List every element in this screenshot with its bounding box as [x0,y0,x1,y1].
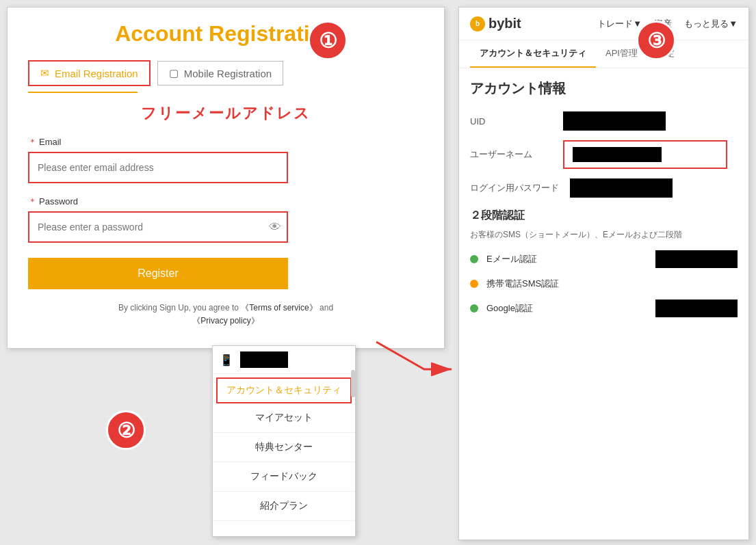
email-icon: ✉ [40,67,49,79]
account-info-heading: アカウント情報 [470,79,738,98]
menu-item-my-assets[interactable]: マイアセット [213,403,355,433]
two-factor-heading: ２段階認証 [470,209,738,223]
bybit-panel: b bybit トレード▼ 資産 もっと見る▼ アカウント＆セキュリティ API… [458,7,749,540]
privacy-policy-link[interactable]: 《Privacy policy》 [192,316,259,325]
terms-of-service-link[interactable]: 《Terms of service》 [241,303,317,313]
phone-icon: 📱 [220,354,233,367]
bybit-content: アカウント情報 UID ユーザーネーム ログイン用パスワード ２段階認証 お客様… [459,68,748,338]
login-password-row: ログイン用パスワード [470,178,738,198]
password-input[interactable] [28,211,288,243]
menu-item-account-security[interactable]: アカウント＆セキュリティ [216,377,352,403]
tab-account-security[interactable]: アカウント＆セキュリティ [470,40,596,68]
login-password-label: ログイン用パスワード [470,182,559,194]
menu-item-feedback[interactable]: フィードバック [213,462,355,492]
tab-email-registration[interactable]: ✉ Email Registration [28,60,151,86]
password-wrapper: 👁 [28,211,288,243]
menu-item-bonus-center[interactable]: 特典センター [213,433,355,462]
sms-auth-status-dot [470,280,478,288]
email-label: ＊Email [28,136,423,148]
bybit-logo: b bybit [470,16,521,31]
uid-value-redacted [563,111,666,131]
uid-row: UID [470,111,738,131]
menu-top-bar: 📱 [213,346,355,374]
freemail-annotation: フリーメールアドレス [28,103,423,124]
uid-label: UID [470,116,552,127]
google-auth-value-redacted [655,300,738,317]
bybit-tabs: アカウント＆セキュリティ API管理 設定 [459,40,748,68]
password-field-group: ＊Password 👁 [28,196,423,243]
mobile-menu-panel: 📱 アカウント＆セキュリティ マイアセット 特典センター フィードバック 紹介プ… [212,345,356,537]
menu-item-referral[interactable]: 紹介プラン [213,492,355,521]
email-input[interactable] [28,152,288,183]
google-auth-status-dot [470,304,478,313]
email-auth-value-redacted [655,250,738,268]
email-auth-row: Eメール認証 [470,250,738,268]
email-auth-status-dot [470,255,478,263]
google-auth-label: Google認証 [486,302,533,315]
username-value-box[interactable] [563,140,727,169]
sms-auth-label: 携帯電話SMS認証 [486,278,559,290]
scrollbar[interactable] [351,370,355,397]
google-auth-row: Google認証 [470,300,738,317]
terms-text: By clicking Sign Up, you agree to 《Terms… [28,302,423,328]
mobile-icon: ▢ [169,67,179,79]
tab-mobile-registration[interactable]: ▢ Mobile Registration [157,61,283,85]
step-3-circle: ③ [636,21,676,60]
two-factor-description: お客様のSMS（ショートメール）、Eメールおよび二段階 [470,228,738,241]
registration-panel: Account Registration ✉ Email Registratio… [7,7,445,349]
bybit-header: b bybit トレード▼ 資産 もっと見る▼ [459,8,748,40]
page-title: Account Registration [28,21,423,46]
toggle-password-icon[interactable]: 👁 [269,220,281,235]
password-label: ＊Password [28,196,423,208]
username-value-redacted [573,147,662,162]
step-2-circle: ② [106,410,146,450]
email-auth-label: Eメール認証 [486,253,537,265]
step-1-circle: ① [308,21,348,60]
nav-more[interactable]: もっと見る▼ [684,18,738,30]
email-field-group: ＊Email [28,136,423,183]
nav-trade[interactable]: トレード▼ [597,18,642,30]
user-avatar-redacted [240,351,288,368]
bybit-logo-icon: b [470,16,485,31]
arrow-annotation [369,335,465,376]
username-label: ユーザーネーム [470,148,552,161]
register-button[interactable]: Register [28,258,288,289]
login-password-value-redacted [570,178,673,198]
tab-underline [28,92,138,93]
username-row: ユーザーネーム [470,140,738,169]
tab-row: ✉ Email Registration ▢ Mobile Registrati… [28,60,423,86]
sms-auth-row: 携帯電話SMS認証 [470,278,738,290]
